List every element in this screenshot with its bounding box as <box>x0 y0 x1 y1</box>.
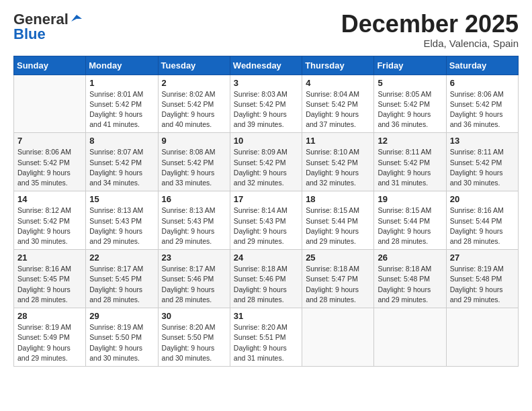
week-row-4: 21Sunrise: 8:16 AMSunset: 5:45 PMDayligh… <box>14 250 519 308</box>
day-info: Sunrise: 8:18 AMSunset: 5:47 PMDaylight:… <box>306 264 370 305</box>
day-header-tuesday: Tuesday <box>158 56 230 75</box>
week-row-1: 1Sunrise: 8:01 AMSunset: 5:42 PMDaylight… <box>14 75 519 133</box>
calendar-cell: 1Sunrise: 8:01 AMSunset: 5:42 PMDaylight… <box>86 75 158 133</box>
logo-bird-icon <box>70 12 82 24</box>
calendar-cell: 17Sunrise: 8:14 AMSunset: 5:43 PMDayligh… <box>230 191 302 250</box>
day-number: 9 <box>162 136 226 146</box>
day-header-sunday: Sunday <box>14 56 86 75</box>
day-number: 2 <box>162 78 226 88</box>
logo: General Blue <box>13 11 82 43</box>
calendar-cell <box>14 75 86 133</box>
day-number: 16 <box>162 194 226 204</box>
day-number: 12 <box>378 136 442 146</box>
day-number: 20 <box>450 194 515 204</box>
day-number: 18 <box>306 194 370 204</box>
day-header-wednesday: Wednesday <box>230 56 302 75</box>
calendar-cell: 30Sunrise: 8:20 AMSunset: 5:50 PMDayligh… <box>158 308 230 367</box>
calendar-cell: 7Sunrise: 8:06 AMSunset: 5:42 PMDaylight… <box>14 133 86 191</box>
day-number: 21 <box>17 253 82 263</box>
day-number: 3 <box>234 78 298 88</box>
calendar-cell: 10Sunrise: 8:09 AMSunset: 5:42 PMDayligh… <box>230 133 302 191</box>
calendar-cell <box>374 308 446 367</box>
day-info: Sunrise: 8:19 AMSunset: 5:48 PMDaylight:… <box>450 264 515 305</box>
calendar-cell <box>302 308 374 367</box>
day-number: 6 <box>450 78 515 88</box>
logo-blue: Blue <box>13 26 46 43</box>
calendar-cell: 31Sunrise: 8:20 AMSunset: 5:51 PMDayligh… <box>230 308 302 367</box>
calendar-cell: 15Sunrise: 8:13 AMSunset: 5:43 PMDayligh… <box>86 191 158 250</box>
calendar-cell: 23Sunrise: 8:17 AMSunset: 5:46 PMDayligh… <box>158 250 230 308</box>
calendar-cell: 14Sunrise: 8:12 AMSunset: 5:42 PMDayligh… <box>14 191 86 250</box>
day-number: 29 <box>89 311 154 321</box>
day-info: Sunrise: 8:11 AMSunset: 5:42 PMDaylight:… <box>450 147 515 188</box>
day-number: 26 <box>378 253 442 263</box>
day-info: Sunrise: 8:18 AMSunset: 5:48 PMDaylight:… <box>378 264 442 305</box>
day-info: Sunrise: 8:09 AMSunset: 5:42 PMDaylight:… <box>234 147 298 188</box>
day-info: Sunrise: 8:20 AMSunset: 5:51 PMDaylight:… <box>234 322 298 363</box>
week-row-2: 7Sunrise: 8:06 AMSunset: 5:42 PMDaylight… <box>14 133 519 191</box>
day-number: 1 <box>89 78 154 88</box>
day-info: Sunrise: 8:11 AMSunset: 5:42 PMDaylight:… <box>378 147 442 188</box>
calendar-cell: 27Sunrise: 8:19 AMSunset: 5:48 PMDayligh… <box>446 250 518 308</box>
day-info: Sunrise: 8:19 AMSunset: 5:50 PMDaylight:… <box>89 322 154 363</box>
calendar-cell: 11Sunrise: 8:10 AMSunset: 5:42 PMDayligh… <box>302 133 374 191</box>
day-number: 5 <box>378 78 442 88</box>
calendar-cell: 21Sunrise: 8:16 AMSunset: 5:45 PMDayligh… <box>14 250 86 308</box>
page: General Blue December 2025 Elda, Valenci… <box>0 0 532 411</box>
calendar-cell: 18Sunrise: 8:15 AMSunset: 5:44 PMDayligh… <box>302 191 374 250</box>
calendar-cell: 6Sunrise: 8:06 AMSunset: 5:42 PMDaylight… <box>446 75 518 133</box>
week-row-3: 14Sunrise: 8:12 AMSunset: 5:42 PMDayligh… <box>14 191 519 250</box>
day-info: Sunrise: 8:01 AMSunset: 5:42 PMDaylight:… <box>89 89 154 130</box>
title-block: December 2025 Elda, Valencia, Spain <box>341 11 519 49</box>
day-number: 25 <box>306 253 370 263</box>
day-header-friday: Friday <box>374 56 446 75</box>
day-number: 10 <box>234 136 298 146</box>
day-number: 17 <box>234 194 298 204</box>
calendar-cell: 24Sunrise: 8:18 AMSunset: 5:46 PMDayligh… <box>230 250 302 308</box>
calendar-cell: 28Sunrise: 8:19 AMSunset: 5:49 PMDayligh… <box>14 308 86 367</box>
calendar-cell: 12Sunrise: 8:11 AMSunset: 5:42 PMDayligh… <box>374 133 446 191</box>
day-header-monday: Monday <box>86 56 158 75</box>
day-number: 7 <box>17 136 82 146</box>
day-number: 19 <box>378 194 442 204</box>
day-info: Sunrise: 8:04 AMSunset: 5:42 PMDaylight:… <box>306 89 370 130</box>
day-info: Sunrise: 8:07 AMSunset: 5:42 PMDaylight:… <box>89 147 154 188</box>
calendar-cell: 29Sunrise: 8:19 AMSunset: 5:50 PMDayligh… <box>86 308 158 367</box>
day-info: Sunrise: 8:20 AMSunset: 5:50 PMDaylight:… <box>162 322 226 363</box>
day-number: 4 <box>306 78 370 88</box>
day-number: 23 <box>162 253 226 263</box>
month-title: December 2025 <box>341 11 519 38</box>
calendar-cell: 25Sunrise: 8:18 AMSunset: 5:47 PMDayligh… <box>302 250 374 308</box>
day-info: Sunrise: 8:16 AMSunset: 5:44 PMDaylight:… <box>450 205 515 246</box>
day-info: Sunrise: 8:15 AMSunset: 5:44 PMDaylight:… <box>378 205 442 246</box>
calendar-cell: 26Sunrise: 8:18 AMSunset: 5:48 PMDayligh… <box>374 250 446 308</box>
day-number: 27 <box>450 253 515 263</box>
calendar-cell: 22Sunrise: 8:17 AMSunset: 5:45 PMDayligh… <box>86 250 158 308</box>
day-info: Sunrise: 8:02 AMSunset: 5:42 PMDaylight:… <box>162 89 226 130</box>
day-number: 24 <box>234 253 298 263</box>
calendar-cell: 20Sunrise: 8:16 AMSunset: 5:44 PMDayligh… <box>446 191 518 250</box>
calendar-cell <box>446 308 518 367</box>
calendar-cell: 13Sunrise: 8:11 AMSunset: 5:42 PMDayligh… <box>446 133 518 191</box>
day-info: Sunrise: 8:06 AMSunset: 5:42 PMDaylight:… <box>450 89 515 130</box>
day-info: Sunrise: 8:06 AMSunset: 5:42 PMDaylight:… <box>17 147 82 188</box>
day-info: Sunrise: 8:15 AMSunset: 5:44 PMDaylight:… <box>306 205 370 246</box>
calendar-cell: 2Sunrise: 8:02 AMSunset: 5:42 PMDaylight… <box>158 75 230 133</box>
day-info: Sunrise: 8:10 AMSunset: 5:42 PMDaylight:… <box>306 147 370 188</box>
day-info: Sunrise: 8:18 AMSunset: 5:46 PMDaylight:… <box>234 264 298 305</box>
day-number: 14 <box>17 194 82 204</box>
calendar-cell: 8Sunrise: 8:07 AMSunset: 5:42 PMDaylight… <box>86 133 158 191</box>
calendar-cell: 4Sunrise: 8:04 AMSunset: 5:42 PMDaylight… <box>302 75 374 133</box>
svg-marker-0 <box>71 15 82 21</box>
day-number: 15 <box>89 194 154 204</box>
day-info: Sunrise: 8:14 AMSunset: 5:43 PMDaylight:… <box>234 205 298 246</box>
day-info: Sunrise: 8:13 AMSunset: 5:43 PMDaylight:… <box>89 205 154 246</box>
day-info: Sunrise: 8:17 AMSunset: 5:46 PMDaylight:… <box>162 264 226 305</box>
calendar-cell: 9Sunrise: 8:08 AMSunset: 5:42 PMDaylight… <box>158 133 230 191</box>
day-number: 8 <box>89 136 154 146</box>
day-number: 30 <box>162 311 226 321</box>
calendar-table: SundayMondayTuesdayWednesdayThursdayFrid… <box>13 56 519 367</box>
day-number: 11 <box>306 136 370 146</box>
calendar-cell: 3Sunrise: 8:03 AMSunset: 5:42 PMDaylight… <box>230 75 302 133</box>
day-header-thursday: Thursday <box>302 56 374 75</box>
